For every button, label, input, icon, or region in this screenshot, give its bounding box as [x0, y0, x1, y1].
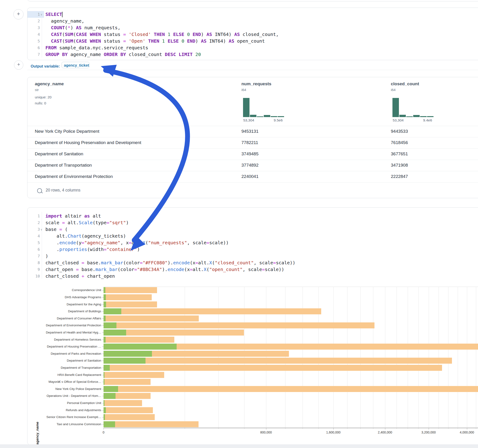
gridline [418, 287, 419, 428]
line-number: 1 [30, 213, 40, 219]
gridline [185, 287, 185, 428]
code-line[interactable]: 5 .encode(y="agency_name", x=alt.X("num_… [30, 239, 478, 246]
bar-open-count [104, 358, 145, 364]
code-line[interactable]: 2scale = alt.Scale(type="sqrt") [30, 219, 478, 226]
code-line[interactable]: 5 CAST(SUM(CASE WHEN status = 'Open' THE… [30, 38, 478, 44]
bar-closed-count [104, 301, 157, 307]
line-number: 5 [30, 38, 40, 44]
bar-closed-count [104, 365, 442, 371]
python-cell[interactable]: 1import altair as alt2scale = alt.Scale(… [27, 207, 478, 445]
output-variable-pill[interactable]: agency_tickets [62, 62, 89, 68]
code-line[interactable]: 1∨SELECT [30, 11, 478, 18]
cell-num-requests: 3749485 [241, 151, 258, 156]
bar-open-count [104, 400, 104, 406]
y-axis-label: Department of Environmental Protection [32, 324, 101, 327]
code-line[interactable]: 3∨base = ( [30, 226, 478, 233]
cell-num-requests: 9453131 [241, 129, 258, 134]
gridline [218, 287, 219, 428]
add-cell-button-middle[interactable]: + [14, 60, 23, 70]
line-number: 2 [30, 219, 40, 226]
output-variable-label: Output variable: [31, 64, 60, 68]
column-header[interactable]: closed_count [391, 81, 419, 87]
y-axis-label: Department of Transportation [32, 366, 101, 369]
sql-cell[interactable]: 1∨SELECT 2 agency_name,3 COUNT(*) AS num… [27, 8, 478, 60]
y-axis-label: New York City Police Department [32, 387, 101, 391]
cell-closed-count: 2222847 [391, 174, 408, 179]
code-line[interactable]: 4 CAST(SUM(CASE WHEN status = 'Closed' T… [30, 31, 478, 38]
y-axis-label: Refunds and Adjustments [32, 408, 101, 412]
code-line[interactable]: 7) [30, 253, 478, 260]
cell-num-requests: 7782211 [241, 140, 258, 145]
bar-open-count [104, 365, 110, 371]
code-line[interactable]: 10chart_closed + chart_open [30, 273, 478, 280]
code-line[interactable]: 7GROUP BY agency_name ORDER BY closed_co… [30, 51, 478, 58]
y-axis-label: Correspondence Unit [32, 288, 101, 292]
code-line[interactable]: 3 COUNT(*) AS num_requests, [30, 25, 478, 31]
table-row[interactable]: New York City Police Department945313194… [27, 126, 478, 137]
bar-open-count [104, 301, 106, 307]
line-number: 6 [30, 44, 40, 51]
bar-open-count [104, 414, 105, 420]
bar-open-count [104, 421, 115, 427]
previous-cell-edge [27, 0, 478, 1]
bar-open-count [104, 322, 116, 328]
fold-chevron-icon[interactable]: ∨ [41, 11, 44, 18]
altair-chart: agency_name closed_count, open_count Cor… [27, 284, 478, 443]
gridline [458, 287, 458, 428]
fold-chevron-icon[interactable]: ∨ [41, 226, 44, 233]
code-line[interactable]: 6FROM sample_data.nyc.service_requests [30, 44, 478, 51]
gridline [318, 287, 319, 428]
cell-agency-name: Department of Housing Preservation and D… [35, 140, 141, 145]
cell-agency-name: Department of Environmental Protection [35, 174, 113, 179]
gridline [333, 287, 334, 428]
table-row[interactable]: Department of Sanitation37494853677651 [27, 148, 478, 160]
gridline [285, 287, 285, 428]
bar-open-count [104, 344, 177, 350]
bar-closed-count [104, 421, 199, 427]
bar-closed-count [104, 287, 157, 293]
cell-closed-count: 7618456 [391, 140, 408, 145]
text-cursor [62, 12, 63, 17]
bar-open-count [104, 386, 118, 392]
bar-open-count [104, 372, 104, 378]
y-axis-label: Department of Consumer Affairs [32, 317, 101, 320]
bar-closed-count [104, 414, 155, 420]
gridline [467, 287, 467, 428]
line-number: 3 [30, 25, 40, 31]
bar-open-count [104, 330, 126, 336]
bar-open-count [104, 316, 106, 322]
code-line[interactable]: 8chart_closed = base.mark_bar(color="#FF… [30, 260, 478, 266]
hist-min-label: 53,304 [393, 118, 403, 122]
y-axis-label: Department of Housing Preservation … [32, 345, 101, 348]
y-axis-label: Department of Health and Mental Hyg… [32, 331, 101, 334]
cell-closed-count: 9443533 [391, 129, 408, 134]
notebook-page: + + 1∨SELECT 2 agency_name,3 COUNT(*) AS… [0, 0, 478, 448]
hist-max-label: 9.4e6 [423, 118, 432, 122]
bar-open-count [104, 287, 105, 293]
bar-closed-count [104, 337, 174, 343]
table-row-count: 20 rows, 4 columns [46, 188, 81, 193]
line-number: 2 [30, 18, 40, 25]
search-icon[interactable] [37, 188, 42, 193]
next-section-strip [0, 444, 478, 448]
x-axis-tick-label: 2,400,000 [378, 430, 392, 434]
bar-open-count [104, 294, 106, 300]
table-row[interactable]: Department of Transportation377489234719… [27, 160, 478, 171]
add-cell-button-top[interactable]: + [13, 9, 24, 19]
bar-closed-count [104, 379, 151, 385]
code-line[interactable]: 9chart_open = base.mark_bar(color="#8BC3… [30, 266, 478, 273]
table-row[interactable]: Department of Housing Preservation and D… [27, 137, 478, 149]
line-number: 7 [30, 51, 40, 58]
line-number: 5 [30, 239, 40, 246]
code-line[interactable]: 1import altair as alt [30, 213, 478, 219]
code-line[interactable]: 6 .properties(width="container") [30, 246, 478, 253]
python-code-editor[interactable]: 1import altair as alt2scale = alt.Scale(… [30, 213, 478, 280]
x-axis-line [104, 428, 478, 428]
table-row[interactable]: Department of Environmental Protection22… [27, 171, 478, 182]
line-number: 4 [30, 233, 40, 239]
code-line[interactable]: 4 alt.Chart(agency_tickets) [30, 233, 478, 239]
gridline [266, 287, 266, 428]
code-line[interactable]: 2 agency_name, [30, 18, 478, 25]
sql-code-editor[interactable]: 1∨SELECT 2 agency_name,3 COUNT(*) AS num… [30, 11, 478, 58]
bar-open-count [104, 337, 106, 343]
